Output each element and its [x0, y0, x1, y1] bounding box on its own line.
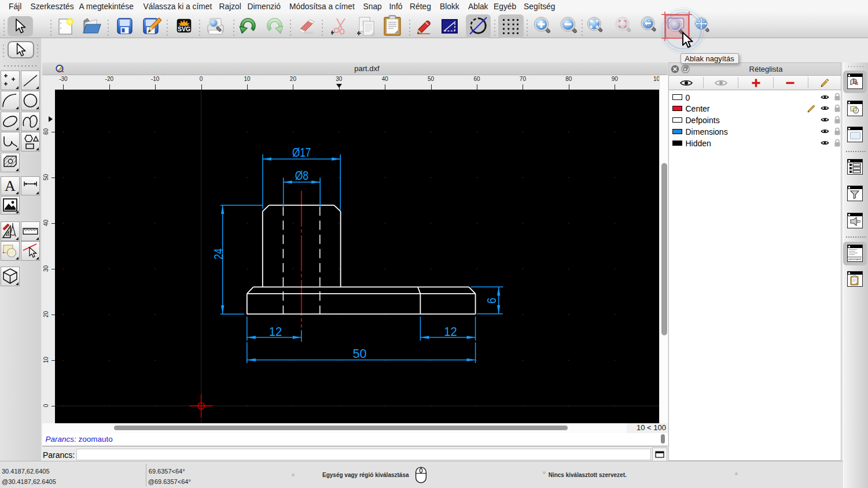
svg-text:Ø17: Ø17	[292, 145, 311, 160]
svg-text:24: 24	[211, 248, 225, 260]
svg-text:6: 6	[484, 298, 498, 304]
svg-text:12: 12	[444, 324, 457, 338]
svg-text:Ø8: Ø8	[295, 168, 308, 182]
svg-text:12: 12	[269, 324, 282, 338]
svg-text:A: A	[5, 178, 16, 194]
svg-text:SVG: SVG	[178, 25, 190, 32]
svg-text:50: 50	[353, 346, 367, 361]
